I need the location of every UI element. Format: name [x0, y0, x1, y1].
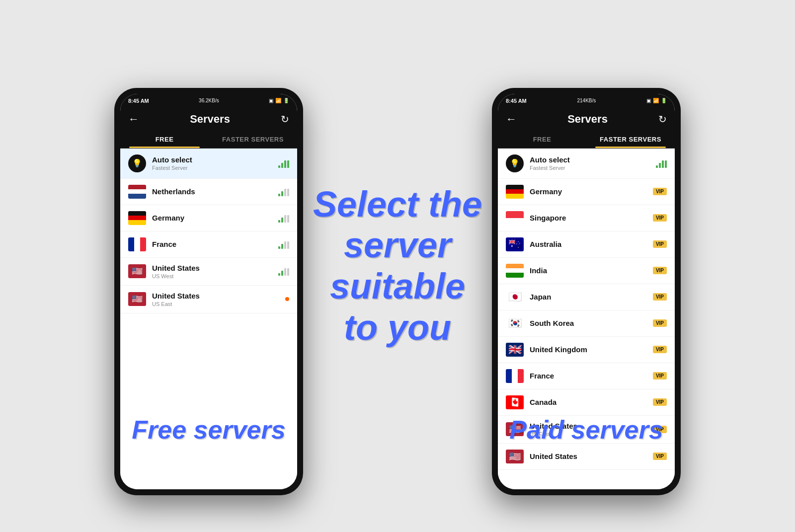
server-sub-auto-left: Fastest Server — [152, 165, 272, 171]
refresh-button-left[interactable]: ↻ — [281, 113, 289, 125]
server-item-gb[interactable]: 🇬🇧 United Kingdom VIP — [498, 337, 675, 363]
server-info-kr: South Korea — [530, 319, 647, 327]
center-overlay: Select the server suitable to you — [313, 184, 482, 348]
server-info-nl: Netherlands — [152, 187, 272, 196]
server-name-nl: Netherlands — [152, 187, 272, 196]
back-button-right[interactable]: ← — [506, 113, 517, 126]
flag-fr-left — [128, 237, 146, 251]
signal-de-left — [278, 214, 289, 223]
phone-right: 8:45 AM 214KB/s ▣ 📶 🔋 ← Servers ↻ FR — [492, 88, 681, 495]
server-name-us-east-left: United States — [152, 292, 279, 300]
phone-left: 8:45 AM 36.2KB/s ▣ 📶 🔋 ← Servers ↻ F — [114, 88, 303, 495]
server-name-fr-left: France — [152, 240, 272, 248]
title-bar-right: ← Servers ↻ — [498, 108, 675, 131]
server-item-kr[interactable]: 🇰🇷 South Korea VIP — [498, 310, 675, 337]
server-name-fr-right: France — [530, 372, 647, 380]
server-info-ca: Canada — [530, 398, 647, 406]
signal-nl — [278, 187, 289, 196]
server-info-de-right: Germany — [530, 187, 647, 196]
server-name-auto-right: Auto select — [530, 155, 650, 164]
title-right: Servers — [567, 113, 608, 126]
server-item-fr-left[interactable]: France — [120, 231, 297, 258]
flag-jp: 🇯🇵 — [506, 290, 524, 304]
center-text: Select the server suitable to you — [313, 184, 482, 348]
server-name-kr: South Korea — [530, 319, 647, 327]
server-item-jp[interactable]: 🇯🇵 Japan VIP — [498, 284, 675, 310]
signal-fr-left — [278, 240, 289, 249]
server-item-auto-right[interactable]: 💡 Auto select Fastest Server — [498, 149, 675, 179]
server-item-nl[interactable]: Netherlands — [120, 179, 297, 205]
vip-us-east-right: VIP — [653, 426, 667, 433]
server-item-de-right[interactable]: Germany VIP — [498, 179, 675, 205]
server-item-ca[interactable]: 🇨🇦 Canada VIP — [498, 389, 675, 416]
server-name-us-east-right: United States — [530, 422, 647, 430]
server-item-us-east-left[interactable]: 🇺🇸 United States US East — [120, 286, 297, 313]
vip-in: VIP — [653, 267, 667, 274]
auto-icon-right: 💡 — [506, 154, 524, 172]
phone-left-wrapper: 8:45 AM 36.2KB/s ▣ 📶 🔋 ← Servers ↻ F — [114, 88, 303, 444]
refresh-button-right[interactable]: ↻ — [658, 113, 667, 125]
server-info-us-bottom: United States — [530, 452, 647, 460]
flag-kr: 🇰🇷 — [506, 316, 524, 330]
server-info-in: India — [530, 266, 647, 275]
server-item-auto-left[interactable]: 💡 Auto select Fastest Server — [120, 149, 297, 179]
server-name-ca: Canada — [530, 398, 647, 406]
tab-faster-left[interactable]: FASTER SERVERS — [209, 131, 297, 148]
status-speed-left: 36.2KB/s — [199, 98, 219, 103]
server-item-sg[interactable]: Singapore VIP — [498, 205, 675, 231]
auto-icon-left: 💡 — [128, 154, 146, 172]
server-name-de-right: Germany — [530, 187, 647, 196]
flag-us-bottom: 🇺🇸 — [506, 450, 524, 463]
server-info-auto-right: Auto select Fastest Server — [530, 155, 650, 171]
status-time-right: 8:45 AM — [506, 98, 527, 104]
flag-au: 🇦🇺 — [506, 237, 524, 251]
status-speed-right: 214KB/s — [577, 98, 596, 103]
status-icons-right: ▣ 📶 🔋 — [646, 98, 667, 103]
server-item-de-left[interactable]: Germany — [120, 205, 297, 231]
status-bar-left: 8:45 AM 36.2KB/s ▣ 📶 🔋 — [120, 94, 297, 108]
server-name-us-west: United States — [152, 264, 272, 272]
tab-free-left[interactable]: FREE — [120, 131, 209, 148]
server-name-sg: Singapore — [530, 214, 647, 222]
server-item-us-bottom[interactable]: 🇺🇸 United States VIP — [498, 444, 675, 470]
server-name-auto-left: Auto select — [152, 155, 272, 164]
back-button-left[interactable]: ← — [128, 113, 139, 126]
page-container: 8:45 AM 36.2KB/s ▣ 📶 🔋 ← Servers ↻ F — [0, 0, 795, 532]
title-left: Servers — [190, 113, 230, 126]
server-info-jp: Japan — [530, 293, 647, 301]
server-info-us-east-right: United States US East — [530, 422, 647, 437]
flag-de-right — [506, 185, 524, 199]
server-item-us-east-right[interactable]: 🇺🇸 United States US East VIP — [498, 416, 675, 444]
flag-ca: 🇨🇦 — [506, 395, 524, 409]
server-item-in[interactable]: India VIP — [498, 258, 675, 284]
phone-right-screen: 8:45 AM 214KB/s ▣ 📶 🔋 ← Servers ↻ FR — [498, 94, 675, 489]
signal-auto-left — [278, 159, 289, 168]
vip-us-bottom: VIP — [653, 453, 667, 460]
server-item-au[interactable]: 🇦🇺 Australia VIP — [498, 231, 675, 258]
phone-right-wrapper: 8:45 AM 214KB/s ▣ 📶 🔋 ← Servers ↻ FR — [492, 88, 681, 444]
tab-free-right[interactable]: FREE — [498, 131, 586, 148]
server-info-fr-left: France — [152, 240, 272, 248]
server-sub-us-west: US West — [152, 273, 272, 279]
vip-de-right: VIP — [653, 188, 667, 195]
flag-in — [506, 264, 524, 278]
vip-gb: VIP — [653, 346, 667, 353]
server-name-gb: United Kingdom — [530, 345, 647, 354]
server-list-left: 💡 Auto select Fastest Server — [120, 149, 297, 489]
server-info-us-west: United States US West — [152, 264, 272, 279]
flag-us-west: 🇺🇸 — [128, 264, 146, 278]
server-sub-auto-right: Fastest Server — [530, 165, 650, 171]
flag-us-east-right: 🇺🇸 — [506, 422, 524, 436]
server-info-us-east-left: United States US East — [152, 292, 279, 307]
flag-us-east-left: 🇺🇸 — [128, 292, 146, 306]
server-item-us-west[interactable]: 🇺🇸 United States US West — [120, 258, 297, 286]
vip-kr: VIP — [653, 319, 667, 327]
vip-sg: VIP — [653, 214, 667, 222]
server-sub-us-east-right: US East — [530, 431, 647, 437]
status-time-left: 8:45 AM — [128, 98, 149, 104]
server-info-fr-right: France — [530, 372, 647, 380]
flag-sg — [506, 211, 524, 225]
flag-de-left — [128, 211, 146, 225]
tab-faster-right[interactable]: FASTER SERVERS — [586, 131, 675, 148]
server-item-fr-right[interactable]: France VIP — [498, 363, 675, 389]
